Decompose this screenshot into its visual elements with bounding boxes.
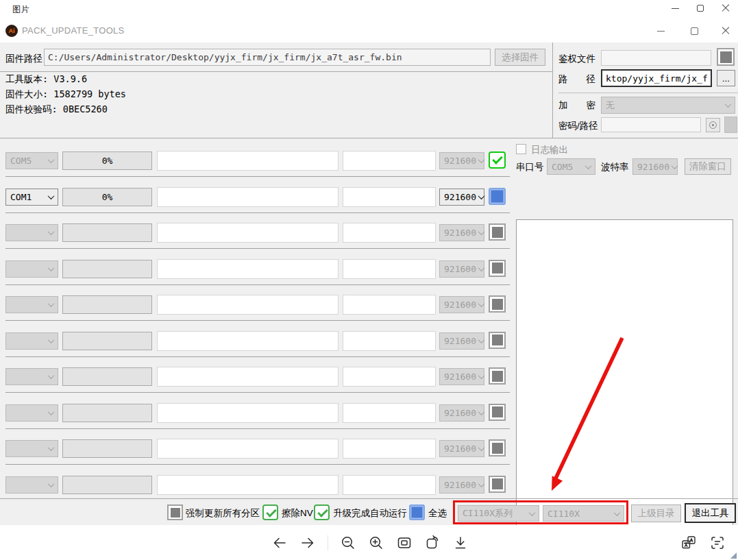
port-enable-checkbox[interactable] — [489, 151, 506, 169]
firmware-path-input[interactable] — [44, 49, 491, 66]
chevron-down-icon — [48, 156, 55, 163]
baud-select[interactable]: 921600 — [439, 368, 484, 385]
clear-window-button[interactable]: 清除窗口 — [685, 158, 731, 175]
baud-select[interactable]: 921600 — [439, 332, 484, 350]
status-field — [157, 439, 339, 459]
baud-select[interactable]: 921600 — [439, 260, 484, 278]
message-field — [343, 331, 436, 351]
select-firmware-button[interactable]: 选择固件 — [495, 49, 545, 66]
text-extract-icon[interactable] — [709, 535, 726, 551]
port-enable-checkbox[interactable] — [489, 260, 506, 277]
port-enable-checkbox[interactable] — [489, 476, 506, 493]
com-port-select[interactable] — [5, 224, 58, 241]
baud-select[interactable]: 921600 — [439, 152, 484, 169]
message-field — [343, 187, 436, 207]
port-enable-checkbox[interactable] — [489, 223, 506, 241]
message-field — [343, 439, 436, 459]
row-divider — [5, 356, 510, 357]
chevron-down-icon — [478, 193, 485, 199]
baud-select[interactable]: 921600 — [439, 404, 484, 422]
serial-port-select[interactable]: COM5 — [547, 158, 595, 175]
chevron-down-icon — [478, 444, 485, 451]
photos-app-title: 图片 — [12, 4, 29, 16]
back-icon[interactable] — [271, 535, 288, 551]
com-port-select[interactable] — [5, 260, 58, 278]
message-field — [343, 223, 436, 243]
password-path-label: 密码/路径 — [558, 120, 598, 132]
zoom-out-icon[interactable] — [340, 535, 356, 551]
com-port-select[interactable]: COM5 — [5, 152, 58, 169]
auth-file-input[interactable] — [601, 50, 711, 66]
baud-rate-select[interactable]: 921600 — [632, 158, 678, 175]
com-port-select[interactable] — [5, 332, 58, 350]
tool-version-text: 工具版本: V3.9.6 — [5, 73, 87, 86]
baud-select[interactable]: 921600 — [439, 296, 484, 313]
com-row: 921600 — [0, 223, 511, 259]
resize-grip[interactable] — [730, 552, 737, 559]
tool-minimize-button[interactable] — [651, 24, 670, 38]
com-rows: COM5 0% 921600 COM1 0% 921600 — [0, 151, 511, 511]
row-divider — [5, 212, 510, 213]
exit-tool-button[interactable]: 退出工具 — [685, 503, 736, 523]
com-port-select[interactable] — [5, 404, 58, 422]
port-enable-checkbox[interactable] — [489, 188, 506, 205]
message-field — [343, 259, 436, 279]
firmware-size-text: 固件大小: 1582799 bytes — [5, 88, 126, 101]
baud-select[interactable]: 921600 — [439, 188, 484, 206]
status-field — [157, 151, 339, 171]
message-field — [343, 151, 436, 171]
com-port-select[interactable] — [5, 368, 58, 385]
tool-maximize-button[interactable] — [685, 24, 704, 38]
com-port-select[interactable] — [5, 476, 58, 494]
zoom-in-icon[interactable] — [368, 535, 384, 551]
forward-icon[interactable] — [299, 535, 316, 551]
parent-dir-button[interactable]: 上级目录 — [631, 504, 681, 522]
row-divider — [5, 392, 510, 393]
chevron-down-icon — [672, 162, 678, 169]
com-port-select[interactable]: COM1 — [5, 188, 58, 206]
close-icon — [722, 4, 730, 12]
fit-to-window-icon[interactable] — [396, 535, 413, 551]
row-divider — [5, 284, 510, 285]
port-enable-checkbox[interactable] — [489, 404, 506, 421]
row-divider — [5, 464, 510, 465]
auth-path-input[interactable] — [601, 69, 712, 87]
message-field — [343, 475, 436, 495]
translate-icon[interactable] — [680, 535, 697, 551]
row-divider — [5, 176, 510, 177]
auth-file-checkbox[interactable] — [717, 48, 735, 66]
port-enable-checkbox[interactable] — [489, 295, 506, 313]
password-path-input[interactable] — [601, 117, 701, 132]
baud-select[interactable]: 921600 — [439, 440, 484, 457]
port-enable-checkbox[interactable] — [489, 439, 506, 456]
port-enable-checkbox[interactable] — [489, 367, 506, 385]
photos-minimize-button[interactable] — [665, 1, 685, 15]
rotate-icon[interactable] — [424, 535, 441, 551]
progress-bar — [62, 476, 152, 494]
encrypt-select[interactable]: 无 — [601, 97, 735, 114]
baud-select[interactable]: 921600 — [439, 476, 484, 494]
browse-button[interactable]: ... — [717, 70, 735, 86]
chevron-down-icon — [48, 193, 55, 199]
close-icon — [722, 27, 730, 35]
password-toggle-button[interactable] — [706, 118, 720, 132]
status-field — [157, 475, 339, 495]
com-port-select[interactable] — [5, 296, 58, 313]
progress-bar: 0% — [62, 188, 152, 206]
chevron-down-icon — [478, 156, 485, 163]
port-enable-checkbox[interactable] — [489, 332, 506, 349]
baud-select[interactable]: 921600 — [439, 224, 484, 241]
chevron-down-icon — [478, 480, 485, 487]
firmware-checksum-text: 固件校验码: 0BEC5260 — [5, 104, 108, 116]
photos-maximize-button[interactable] — [691, 1, 710, 15]
chevron-down-icon — [48, 480, 55, 487]
save-icon[interactable] — [452, 535, 469, 551]
password-extra-button[interactable] — [724, 117, 737, 133]
com-port-select[interactable] — [5, 440, 58, 457]
photos-close-button[interactable] — [716, 1, 735, 15]
highlight-rectangle — [453, 500, 628, 524]
log-output-checkbox[interactable] — [516, 144, 526, 154]
serial-port-label: 串口号 — [516, 161, 544, 173]
target-icon — [709, 121, 717, 129]
tool-close-button[interactable] — [716, 24, 735, 38]
